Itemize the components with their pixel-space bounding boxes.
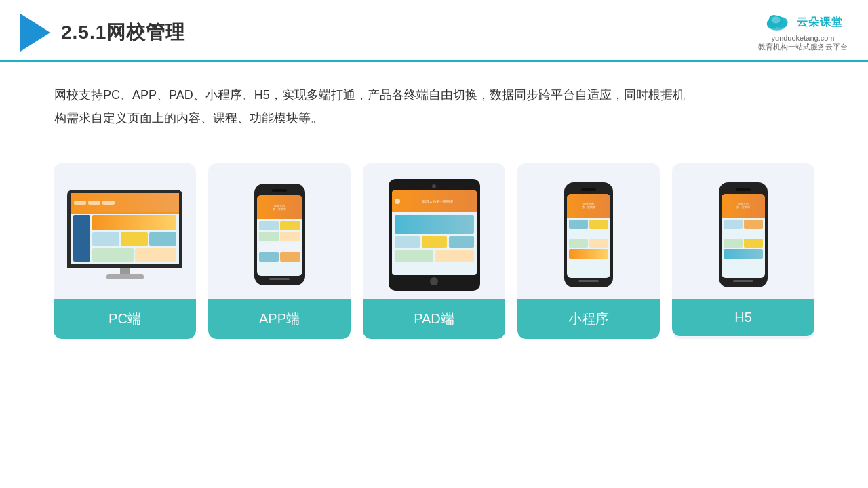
- h5-card-2: [744, 220, 763, 229]
- nav-item-2: [88, 201, 100, 205]
- tablet-screen-body: [392, 212, 477, 265]
- card-pad: 职涯人的第一堂网课: [363, 163, 505, 339]
- header-left: 2.5.1网校管理: [20, 14, 185, 52]
- h5-mid-banner: [724, 230, 763, 237]
- miniapp-top-text: 职涯人的第一堂网课: [582, 202, 595, 209]
- miniapp-phone-notch: [581, 188, 596, 191]
- tablet-card-1: [395, 236, 420, 248]
- miniapp-row-1: [569, 220, 608, 229]
- h5-bottom-banner: [724, 249, 763, 259]
- h5-screen-top: 职涯人的第一堂网课: [722, 194, 765, 218]
- screen-cards-row-2: [92, 248, 176, 262]
- phone-card-2: [280, 221, 300, 230]
- description-text: 网校支持PC、APP、PAD、小程序、H5，实现多端打通，产品各终端自由切换，数…: [0, 62, 746, 136]
- miniapp-bottom-bar: [578, 280, 599, 282]
- nav-item-3: [102, 201, 115, 205]
- screen-body: [71, 212, 179, 264]
- tablet-card-2: [422, 236, 447, 248]
- screen-main: [92, 215, 176, 262]
- miniapp-card-4: [589, 239, 608, 248]
- phone-card-6: [280, 252, 300, 262]
- h5-card-4: [744, 239, 763, 248]
- miniapp-card-3: [569, 239, 588, 248]
- card-app: 职涯人的第一堂网课: [208, 163, 351, 339]
- monitor-neck: [120, 268, 130, 274]
- mini-card-4: [92, 248, 134, 262]
- h5-row-2: [724, 239, 763, 248]
- phone-top-text: 职涯人的第一堂网课: [273, 204, 286, 211]
- card-h5-label: H5: [672, 299, 814, 336]
- description-paragraph: 网校支持PC、APP、PAD、小程序、H5，实现多端打通，产品各终端自由切换，数…: [54, 83, 692, 129]
- mini-card-2: [121, 232, 148, 246]
- tablet-top-text: 职涯人的第一堂网课: [402, 199, 474, 203]
- miniapp-card-2: [589, 220, 608, 229]
- h5-card-3: [724, 239, 743, 248]
- phone-row-3: [259, 252, 300, 262]
- app-phone-illustration: 职涯人的第一堂网课: [254, 184, 305, 285]
- mini-card-1: [92, 232, 119, 246]
- cards-container: PC端 职涯人的第一堂网课: [0, 143, 868, 359]
- mini-card-5: [135, 248, 176, 262]
- brand-tagline: yunduoketang.com 教育机构一站式服务云平台: [758, 34, 848, 52]
- h5-phone-notch: [736, 188, 751, 191]
- miniapp-screen-body: [567, 218, 610, 261]
- card-pad-label: PAD端: [363, 299, 505, 339]
- brand-name: 云朵课堂: [797, 16, 843, 30]
- h5-screen-body: [722, 218, 765, 261]
- phone-row-2: [259, 232, 300, 241]
- card-miniapp: 职涯人的第一堂网课: [517, 163, 660, 339]
- screen-banner: [92, 215, 176, 230]
- brand-service: 教育机构一站式服务云平台: [758, 43, 848, 51]
- logo-triangle-icon: [20, 14, 50, 52]
- miniapp-card-1: [569, 220, 588, 229]
- cloud-logo-container: 云朵课堂: [763, 12, 843, 33]
- phone-notch: [272, 189, 287, 192]
- miniapp-bottom-banner: [569, 249, 608, 259]
- tablet-nav-dot-1: [395, 199, 400, 204]
- phone-card-5: [259, 252, 279, 262]
- tablet-screen-top: 职涯人的第一堂网课: [392, 190, 477, 212]
- card-pad-image: 职涯人的第一堂网课: [363, 163, 505, 299]
- tablet-card-4: [395, 250, 433, 262]
- card-h5-image: 职涯人的第一堂网课: [672, 163, 814, 299]
- phone-row-1: [259, 221, 300, 230]
- screen-header-bar: [71, 193, 179, 212]
- tablet-home-button: [430, 277, 438, 285]
- svg-point-5: [771, 16, 780, 23]
- tablet-screen: 职涯人的第一堂网课: [392, 190, 477, 275]
- card-pc-label: PC端: [54, 299, 196, 339]
- card-miniapp-label: 小程序: [517, 299, 660, 339]
- tablet-banner: [395, 215, 474, 234]
- header: 2.5.1网校管理 云朵课堂 yunduoketang.com 教育机构一站式服…: [0, 0, 868, 62]
- phone-banner: [259, 243, 300, 251]
- pc-monitor-illustration: [67, 190, 182, 279]
- phone-screen-top: 职涯人的第一堂网课: [257, 195, 302, 219]
- brand-logo: 云朵课堂 yunduoketang.com 教育机构一站式服务云平台: [758, 12, 848, 52]
- mini-card-3: [149, 232, 176, 246]
- phone-bottom-bar: [269, 278, 290, 280]
- card-miniapp-image: 职涯人的第一堂网课: [517, 163, 660, 299]
- brand-domain: yunduoketang.com: [772, 34, 835, 42]
- app-phone-screen: 职涯人的第一堂网课: [257, 195, 302, 276]
- phone-screen-body: [257, 219, 302, 264]
- tablet-camera: [432, 184, 436, 188]
- card-h5: 职涯人的第一堂网课: [672, 163, 814, 339]
- card-pc-image: [54, 163, 196, 299]
- page-title: 2.5.1网校管理: [61, 20, 185, 45]
- tablet-row-2: [395, 250, 474, 262]
- miniapp-phone-illustration: 职涯人的第一堂网课: [564, 182, 613, 287]
- screen-cards-row: [92, 232, 176, 246]
- tablet-card-5: [435, 250, 474, 262]
- monitor-base: [106, 274, 144, 279]
- h5-top-text: 职涯人的第一堂网课: [736, 202, 750, 209]
- tablet-row-1: [395, 236, 474, 248]
- phone-card-3: [259, 232, 279, 241]
- monitor-frame: [67, 190, 182, 268]
- nav-item-1: [74, 201, 86, 205]
- monitor-screen: [71, 193, 179, 264]
- miniapp-row-2: [569, 239, 608, 248]
- miniapp-mid-banner: [569, 230, 608, 237]
- h5-phone-illustration: 职涯人的第一堂网课: [719, 182, 768, 287]
- h5-card-1: [724, 220, 743, 229]
- miniapp-screen-top: 职涯人的第一堂网课: [567, 194, 610, 218]
